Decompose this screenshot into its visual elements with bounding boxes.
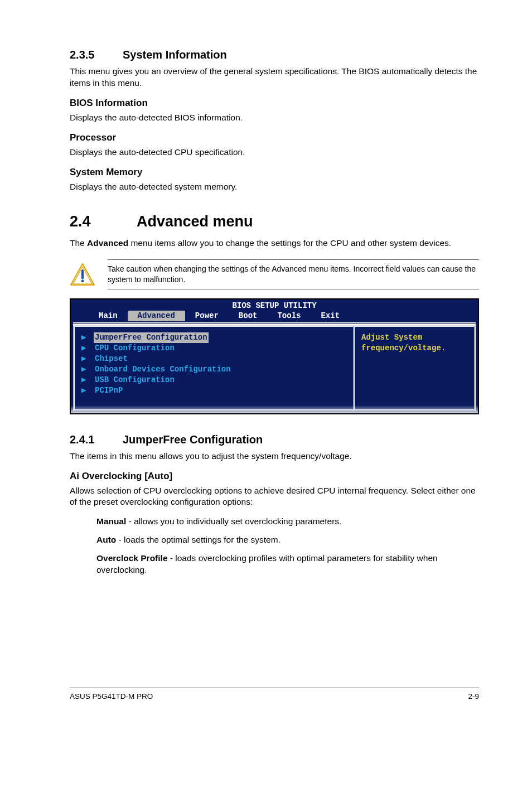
text-bold: Advanced — [87, 238, 128, 248]
page-footer: ASUS P5G41TD-M PRO 2-9 — [70, 688, 479, 702]
processor-desc: Displays the auto-detected CPU specifica… — [70, 147, 479, 158]
section-title: System Information — [123, 49, 227, 61]
bios-body: ▶ JumperFree Configuration ▶ CPU Configu… — [73, 322, 476, 410]
caution-icon — [70, 263, 95, 286]
bios-tab-power: Power — [185, 311, 229, 321]
bios-tab-tools: Tools — [267, 311, 311, 321]
ai-overclocking-desc: Allows selection of CPU overclocking opt… — [70, 485, 479, 509]
bios-item-jumperfree: ▶ JumperFree Configuration — [81, 332, 346, 343]
arrow-icon: ▶ — [81, 332, 88, 343]
overclocking-options: Manual - allows you to individually set … — [70, 516, 479, 576]
bios-help-line1: Adjust System — [361, 332, 467, 343]
arrow-icon: ▶ — [81, 385, 88, 396]
bios-item-usb: ▶ USB Configuration — [81, 375, 346, 385]
bios-item-label: PCIPnP — [94, 385, 124, 396]
section-number: 2.3.5 — [70, 47, 123, 62]
bios-item-onboard: ▶ Onboard Devices Configuration — [81, 364, 346, 375]
section-heading-241: 2.4.1JumperFree Configuration — [70, 432, 479, 447]
system-memory-desc: Displays the auto-detected system memory… — [70, 181, 479, 193]
section-number: 2.4.1 — [70, 432, 123, 447]
option-manual: Manual - allows you to individually set … — [96, 516, 479, 528]
arrow-icon: ▶ — [81, 375, 88, 385]
section-235-intro: This menu gives you an overview of the g… — [70, 66, 479, 89]
option-name: Manual — [96, 516, 126, 526]
bios-item-label: Onboard Devices Configuration — [94, 364, 232, 375]
footer-right: 2-9 — [468, 692, 479, 702]
ai-overclocking-heading: Ai Overclocking [Auto] — [70, 470, 479, 483]
option-name: Overclock Profile — [96, 553, 168, 563]
bios-tab-main: Main — [89, 311, 128, 321]
bios-setup-screenshot: BIOS SETUP UTILITY Main Advanced Power B… — [70, 298, 479, 414]
caution-callout: Take caution when changing the settings … — [70, 259, 479, 289]
bios-item-label: USB Configuration — [94, 375, 176, 385]
bios-tab-boot: Boot — [229, 311, 268, 321]
section-heading-235: 2.3.5System Information — [70, 47, 479, 62]
system-memory-heading: System Memory — [70, 166, 479, 179]
bios-help-line2: frequency/voltage. — [361, 343, 467, 354]
bios-info-heading: BIOS Information — [70, 97, 479, 110]
section-title: JumperFree Configuration — [123, 433, 263, 446]
arrow-icon: ▶ — [81, 343, 88, 354]
option-name: Auto — [96, 535, 116, 544]
section-heading-24: 2.4Advanced menu — [70, 211, 479, 231]
section-24-intro: The Advanced menu items allow you to cha… — [70, 238, 479, 249]
section-title: Advanced menu — [137, 213, 253, 230]
arrow-icon: ▶ — [81, 354, 88, 364]
svg-point-3 — [81, 279, 84, 282]
option-desc: - allows you to individually set overclo… — [126, 516, 341, 526]
processor-heading: Processor — [70, 132, 479, 144]
text: menu items allow you to change the setti… — [128, 238, 451, 248]
bios-item-label: Chipset — [94, 354, 129, 364]
arrow-icon: ▶ — [81, 364, 88, 375]
section-number: 2.4 — [70, 211, 137, 231]
bios-item-pcipnp: ▶ PCIPnP — [81, 385, 346, 396]
bios-tab-exit: Exit — [311, 311, 350, 321]
bios-info-desc: Displays the auto-detected BIOS informat… — [70, 112, 479, 124]
bios-tab-bar: Main Advanced Power Boot Tools Exit — [71, 311, 478, 321]
bios-tab-advanced: Advanced — [128, 311, 185, 321]
option-overclock-profile: Overclock Profile - loads overclocking p… — [96, 553, 479, 576]
bios-title: BIOS SETUP UTILITY — [71, 299, 478, 311]
option-desc: - loads the optimal settings for the sys… — [116, 535, 280, 544]
option-auto: Auto - loads the optimal settings for th… — [96, 534, 479, 546]
bios-help-panel: Adjust System frequency/voltage. — [353, 325, 476, 410]
bios-menu-list: ▶ JumperFree Configuration ▶ CPU Configu… — [73, 325, 353, 410]
section-241-intro: The items in this menu allows you to adj… — [70, 451, 479, 462]
bios-item-label: CPU Configuration — [94, 343, 176, 354]
bios-item-label: JumperFree Configuration — [94, 332, 209, 343]
text: The — [70, 238, 87, 248]
caution-text: Take caution when changing the settings … — [108, 259, 479, 289]
footer-left: ASUS P5G41TD-M PRO — [70, 692, 153, 702]
bios-item-chipset: ▶ Chipset — [81, 354, 346, 364]
bios-item-cpu: ▶ CPU Configuration — [81, 343, 346, 354]
